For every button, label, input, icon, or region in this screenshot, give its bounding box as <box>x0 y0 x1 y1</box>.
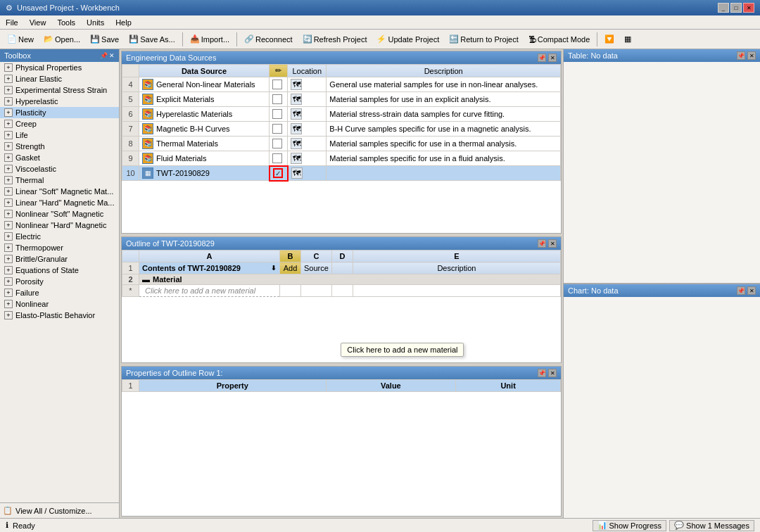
toolbox-item-physical[interactable]: + Physical Properties <box>0 62 119 73</box>
import-button[interactable]: 📥 Import... <box>186 32 234 47</box>
eng-data-close-button[interactable]: ✕ <box>548 53 557 62</box>
toolbox-item-experimental[interactable]: + Experimental Stress Strain <box>0 84 119 96</box>
table-panel-controls: 📌 ✕ <box>737 51 756 60</box>
table-row-selected[interactable]: 10 ▦ TWT-20190829 ✓ <box>122 166 561 181</box>
menu-view[interactable]: View <box>24 17 52 28</box>
grid-icon: ▦ <box>624 34 631 44</box>
toolbox-item-failure[interactable]: + Failure <box>0 287 119 298</box>
expand-icon-experimental: + <box>4 86 13 94</box>
properties-close-button[interactable]: ✕ <box>548 369 557 377</box>
row-4-name[interactable]: 📚 General Non-linear Materials <box>139 77 270 92</box>
close-button[interactable]: ✕ <box>743 3 754 13</box>
row-8-name[interactable]: 📚 Thermal Materials <box>139 137 270 151</box>
outline-row-num-star: * <box>122 285 139 297</box>
checkbox-8[interactable] <box>272 139 282 148</box>
outline-pin-button[interactable]: 📌 <box>538 239 546 248</box>
checkbox-9[interactable] <box>272 153 282 163</box>
table-close-button[interactable]: ✕ <box>747 51 756 60</box>
toolbox-item-hyperelastic[interactable]: + Hyperelastic <box>0 96 119 107</box>
row-7-name[interactable]: 📚 Magnetic B-H Curves <box>139 122 270 137</box>
outline-add-material-row[interactable]: * Click here to add a new material <box>122 285 561 297</box>
maximize-button[interactable]: □ <box>730 3 742 13</box>
status-text: Ready <box>13 521 35 530</box>
table-row[interactable]: 7 📚 Magnetic B-H Curves 🗺 B-H Curve s <box>122 122 561 137</box>
toolbox-pin-icon[interactable]: 📌 <box>100 52 108 59</box>
refresh-button[interactable]: 🔄 Refresh Project <box>298 32 372 47</box>
table-row[interactable]: 5 📚 Explicit Materials 🗺 Material sam <box>122 92 561 107</box>
callout-tooltip: Click here to add a new material <box>341 343 464 357</box>
grid-button[interactable]: ▦ <box>620 32 635 47</box>
chart-panel-controls: 📌 ✕ <box>737 286 756 295</box>
toolbox-item-thermopower[interactable]: + Thermopower <box>0 242 119 253</box>
toolbox-item-porosity[interactable]: + Porosity <box>0 276 119 287</box>
row-9-name[interactable]: 📚 Fluid Materials <box>139 151 270 166</box>
compact-button[interactable]: 🗜 Compact Mode <box>524 32 595 47</box>
open-button[interactable]: 📂 Open... <box>39 32 84 47</box>
toolbox-item-elasto-plastic[interactable]: + Elasto-Plastic Behavior <box>0 310 119 321</box>
properties-pin-button[interactable]: 📌 <box>538 369 546 377</box>
row-9-check[interactable] <box>270 151 288 166</box>
checkbox-5[interactable] <box>272 94 282 104</box>
row-6-name[interactable]: 📚 Hyperelastic Materials <box>139 107 270 122</box>
toolbox-close-icon[interactable]: ✕ <box>109 52 115 59</box>
toolbox-item-nonlinear-hard-mag[interactable]: + Nonlinear "Hard" Magnetic <box>0 220 119 231</box>
reconnect-button[interactable]: 🔗 Reconnect <box>240 32 297 47</box>
toolbox-item-thermal[interactable]: + Thermal <box>0 175 119 186</box>
toolbox-item-plasticity[interactable]: + Plasticity <box>0 107 119 118</box>
return-button[interactable]: 🔙 Return to Project <box>445 32 523 47</box>
new-button[interactable]: 📄 New <box>3 32 38 47</box>
toolbox-item-nonlinear-soft-mag[interactable]: + Nonlinear "Soft" Magnetic <box>0 208 119 220</box>
menu-tools[interactable]: Tools <box>51 17 81 28</box>
update-button[interactable]: ⚡ Update Project <box>372 32 443 47</box>
checkbox-7[interactable] <box>272 124 282 134</box>
eng-data-pin-button[interactable]: 📌 <box>538 53 546 62</box>
toolbox-item-linear-soft-mag[interactable]: + Linear "Soft" Magnetic Mat... <box>0 186 119 197</box>
row-8-check[interactable] <box>270 137 288 151</box>
table-pin-button[interactable]: 📌 <box>737 51 745 60</box>
save-button[interactable]: 💾 Save <box>86 32 123 47</box>
row-7-check[interactable] <box>270 122 288 137</box>
row-5-check[interactable] <box>270 92 288 107</box>
menu-file[interactable]: File <box>0 17 24 28</box>
toolbox-item-linear-elastic[interactable]: + Linear Elastic <box>0 73 119 84</box>
checkbox-10-checked[interactable]: ✓ <box>273 168 283 178</box>
row-5-name[interactable]: 📚 Explicit Materials <box>139 92 270 107</box>
minimize-button[interactable]: _ <box>718 3 729 13</box>
toolbox-item-strength[interactable]: + Strength <box>0 141 119 152</box>
table-row[interactable]: 9 📚 Fluid Materials 🗺 Material sample <box>122 151 561 166</box>
toolbox-item-linear-hard-mag[interactable]: + Linear "Hard" Magnetic Ma... <box>0 197 119 208</box>
table-row[interactable]: 8 📚 Thermal Materials 🗺 Material samp <box>122 137 561 151</box>
show-progress-button[interactable]: 📊 Show Progress <box>593 520 667 531</box>
window-controls[interactable]: _ □ ✕ <box>718 3 754 13</box>
toolbox-item-brittle[interactable]: + Brittle/Granular <box>0 253 119 265</box>
chart-panel-title: Chart: No data <box>568 286 619 295</box>
row-10-check[interactable]: ✓ <box>270 166 288 181</box>
toolbox-label-brittle: Brittle/Granular <box>15 255 68 263</box>
toolbox-item-life[interactable]: + Life <box>0 129 119 141</box>
table-row[interactable]: 4 📚 General Non-linear Materials 🗺 Ge <box>122 77 561 92</box>
table-row[interactable]: 6 📚 Hyperelastic Materials 🗺 Material <box>122 107 561 122</box>
row-6-check[interactable] <box>270 107 288 122</box>
menu-help[interactable]: Help <box>110 17 137 28</box>
show-messages-button[interactable]: 💬 Show 1 Messages <box>669 520 754 531</box>
filter-button[interactable]: 🔽 <box>600 32 619 47</box>
toolbox-item-gasket[interactable]: + Gasket <box>0 152 119 163</box>
checkbox-4[interactable] <box>272 80 282 89</box>
checkbox-6[interactable] <box>272 109 282 119</box>
outline-close-button[interactable]: ✕ <box>548 239 557 248</box>
row-10-name[interactable]: ▦ TWT-20190829 <box>139 166 270 181</box>
chart-close-button[interactable]: ✕ <box>747 286 756 295</box>
outline-material-row[interactable]: 2 ▬ Material <box>122 274 561 285</box>
toolbox-item-nonlinear[interactable]: + Nonlinear <box>0 298 119 310</box>
add-material-cell[interactable]: Click here to add a new material <box>139 285 280 297</box>
row-4-check[interactable] <box>270 77 288 92</box>
menu-units[interactable]: Units <box>81 17 110 28</box>
toolbox-item-electric[interactable]: + Electric <box>0 231 119 242</box>
toolbox-item-creep[interactable]: + Creep <box>0 118 119 129</box>
toolbox-item-viscoelastic[interactable]: + Viscoelastic <box>0 163 119 175</box>
save-as-button[interactable]: 💾 Save As... <box>125 32 179 47</box>
toolbox-item-eos[interactable]: + Equations of State <box>0 265 119 276</box>
view-all-button[interactable]: 📋 View All / Customize... <box>0 502 119 518</box>
chart-pin-button[interactable]: 📌 <box>737 286 745 295</box>
expand-icon-elasto-plastic: + <box>4 311 13 319</box>
